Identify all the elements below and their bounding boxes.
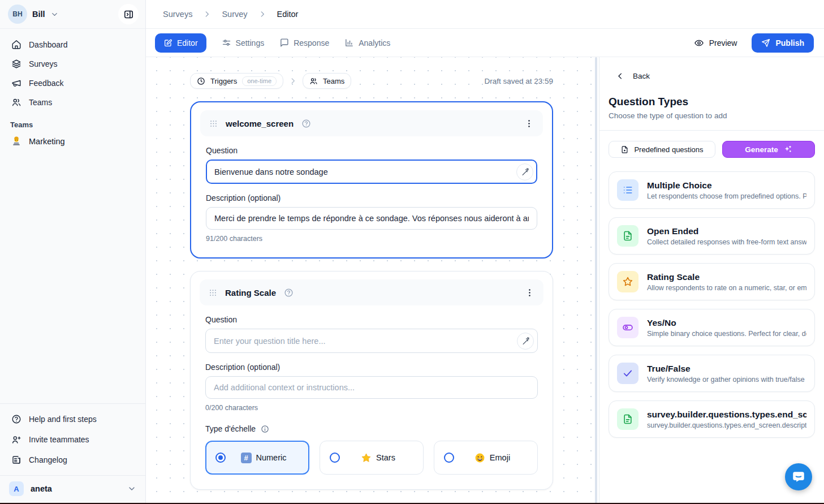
generate-button[interactable]: Generate: [722, 141, 815, 158]
file-icon: [620, 145, 629, 154]
predefined-questions-button[interactable]: Predefined questions: [609, 141, 715, 158]
question-label: Question: [205, 315, 538, 324]
message-square-icon: [279, 38, 289, 48]
help-circle-icon[interactable]: [284, 288, 294, 298]
sidebar-item-teams[interactable]: Teams: [5, 93, 141, 112]
option-label: Stars: [376, 453, 395, 462]
type-title: Yes/No: [647, 318, 806, 328]
chevron-left-icon: [616, 72, 624, 80]
tab-analytics[interactable]: Analytics: [344, 38, 390, 48]
file-text-icon: [617, 408, 639, 430]
sidebar-item-help[interactable]: Help and first steps: [5, 409, 141, 429]
scale-option-emoji[interactable]: Emoji: [434, 441, 538, 475]
magic-wand-button[interactable]: [516, 163, 533, 180]
question-card-rating-scale[interactable]: Rating Scale Question: [190, 271, 553, 490]
chevron-down-icon: [50, 10, 59, 19]
radio-unchecked[interactable]: [444, 453, 454, 463]
sidebar-item-invite[interactable]: Invite teammates: [5, 429, 141, 450]
question-card-header[interactable]: welcome_screen: [200, 110, 543, 136]
sidebar-item-label: Dashboard: [29, 40, 68, 49]
drag-handle-icon[interactable]: [209, 119, 218, 128]
info-icon[interactable]: [261, 425, 269, 433]
sidebar-item-dashboard[interactable]: Dashboard: [5, 35, 141, 54]
draft-status: Draft saved at 23:59: [484, 77, 553, 85]
question-title-input[interactable]: [205, 329, 538, 353]
back-button[interactable]: Back: [609, 72, 815, 80]
radio-unchecked[interactable]: [330, 453, 340, 463]
question-type-end-screen[interactable]: survey.builder.questions.types.end_scr..…: [609, 400, 815, 438]
sidebar-item-changelog[interactable]: Changelog: [5, 450, 141, 470]
chevron-right-icon: [258, 10, 266, 18]
avatar: BH: [8, 5, 27, 24]
drag-handle-icon[interactable]: [209, 288, 217, 297]
sidebar-item-marketing[interactable]: Marketing: [5, 132, 141, 151]
divider: [599, 130, 824, 131]
sidebar-item-feedback[interactable]: Feedback: [5, 74, 141, 93]
type-description: Simple binary choice questions. Perfect …: [647, 330, 806, 338]
user-name: Bill: [32, 10, 45, 19]
teams-chip[interactable]: Teams: [303, 73, 351, 89]
publish-button[interactable]: Publish: [752, 33, 814, 53]
question-card-title: Rating Scale: [225, 288, 276, 298]
smiley-emoji-icon: [474, 453, 485, 463]
breadcrumb-surveys[interactable]: Surveys: [163, 10, 192, 19]
sidebar-item-label: Help and first steps: [29, 415, 97, 424]
sidebar-nav: Dashboard Surveys Feedback Teams: [0, 29, 145, 112]
kebab-menu-icon[interactable]: [524, 119, 534, 128]
tab-label: Response: [294, 38, 329, 48]
question-description-input[interactable]: [206, 207, 537, 230]
radio-checked[interactable]: [215, 453, 226, 463]
tab-editor[interactable]: Editor: [155, 33, 206, 53]
sidebar-item-label: Teams: [29, 98, 52, 107]
question-title-input[interactable]: [206, 160, 537, 184]
chat-widget-button[interactable]: [785, 463, 812, 490]
question-card-welcome-screen[interactable]: welcome_screen Question: [190, 101, 553, 259]
users-icon: [11, 97, 21, 107]
kebab-menu-icon[interactable]: [525, 288, 534, 298]
sidebar-item-label: Changelog: [29, 455, 67, 464]
question-type-yes-no[interactable]: Yes/No Simple binary choice questions. P…: [609, 309, 815, 346]
send-icon: [761, 38, 770, 48]
chevron-down-icon: [127, 484, 136, 493]
question-description-input[interactable]: [205, 376, 538, 399]
triggers-chip[interactable]: Triggers one-time: [190, 73, 283, 89]
option-label: Emoji: [490, 453, 510, 462]
canvas-scrollbar[interactable]: [595, 57, 597, 504]
tab-response[interactable]: Response: [279, 38, 329, 48]
org-avatar: A: [9, 481, 24, 496]
users-icon: [309, 77, 318, 85]
type-title: Rating Scale: [647, 272, 806, 282]
scale-option-numeric[interactable]: # Numeric: [205, 441, 309, 475]
tab-label: Analytics: [359, 38, 390, 48]
preview-button[interactable]: Preview: [694, 38, 737, 48]
question-type-open-ended[interactable]: Open Ended Collect detailed responses wi…: [609, 217, 815, 255]
toggle-icon: [617, 317, 639, 338]
home-icon: [11, 40, 21, 50]
user-plus-icon: [11, 434, 21, 445]
workspace-switcher[interactable]: BH Bill: [0, 0, 145, 29]
panel-title: Question Types: [609, 96, 815, 108]
teams-chip-label: Teams: [323, 77, 344, 85]
question-card-header[interactable]: Rating Scale: [200, 279, 543, 305]
type-description: Verify knowledge or gather opinions with…: [647, 376, 806, 384]
star-icon: [617, 271, 639, 292]
description-label: Description (optional): [206, 193, 537, 203]
collapse-sidebar-button[interactable]: [118, 4, 139, 24]
question-card-title: welcome_screen: [226, 119, 294, 128]
sidebar-item-surveys[interactable]: Surveys: [5, 54, 141, 74]
layers-icon: [11, 59, 21, 69]
scale-option-stars[interactable]: Stars: [320, 441, 424, 475]
sidebar-footer: Help and first steps Invite teammates Ch…: [0, 403, 145, 475]
question-type-multiple-choice[interactable]: Multiple Choice Let respondents choose f…: [609, 171, 815, 209]
help-circle-icon[interactable]: [301, 119, 311, 128]
type-title: True/False: [647, 364, 806, 374]
tab-settings[interactable]: Settings: [222, 38, 265, 48]
magic-wand-button[interactable]: [517, 333, 534, 350]
type-title: survey.builder.questions.types.end_scr..…: [647, 410, 806, 420]
breadcrumb-survey[interactable]: Survey: [222, 10, 247, 19]
org-switcher[interactable]: A aneta: [0, 475, 145, 504]
question-type-rating-scale[interactable]: Rating Scale Allow respondents to rate o…: [609, 263, 815, 300]
panel-collapse-icon: [123, 9, 134, 20]
clock-icon: [197, 77, 205, 85]
question-type-true-false[interactable]: True/False Verify knowledge or gather op…: [609, 355, 815, 392]
